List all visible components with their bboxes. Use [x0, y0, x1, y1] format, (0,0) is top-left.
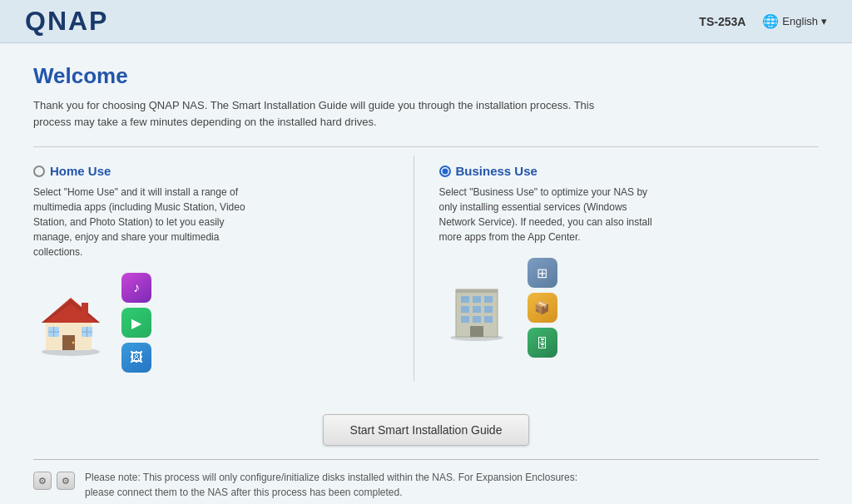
footer-icons: ⚙ ⚙: [33, 472, 75, 490]
svg-point-5: [72, 342, 75, 344]
photo-station-icon: 🖼: [121, 343, 151, 373]
storage-manager-icon: 📦: [528, 293, 557, 323]
svg-rect-12: [82, 303, 88, 314]
home-use-title: Home Use: [50, 164, 111, 178]
content-box: Welcome Thank you for choosing QNAP NAS.…: [0, 43, 852, 398]
home-use-description: Select "Home Use" and it will install a …: [33, 185, 250, 259]
home-use-option[interactable]: Home Use Select "Home Use" and it will i…: [33, 156, 414, 381]
house-illustration: [33, 289, 108, 356]
business-use-header: Business Use: [439, 164, 803, 178]
svg-rect-19: [484, 296, 493, 303]
svg-rect-25: [484, 316, 493, 323]
home-app-icons: ♪ ▶ 🖼: [121, 273, 151, 373]
home-use-radio[interactable]: [33, 166, 45, 177]
windows-network-icon: ⊞: [528, 258, 557, 288]
svg-rect-22: [484, 306, 493, 313]
database-icon: 🗄: [528, 328, 557, 358]
welcome-title: Welcome: [33, 63, 819, 89]
button-area: Start Smart Installation Guide: [0, 398, 852, 459]
language-label: English: [782, 15, 818, 27]
main-content: Welcome Thank you for choosing QNAP NAS.…: [0, 43, 852, 504]
settings-icon-2[interactable]: ⚙: [57, 472, 75, 490]
footer: ⚙ ⚙ Please note: This process will only …: [0, 460, 852, 504]
svg-rect-26: [470, 326, 483, 337]
svg-rect-24: [473, 316, 481, 323]
svg-rect-16: [456, 289, 498, 293]
welcome-description: Thank you for choosing QNAP NAS. The Sma…: [33, 97, 616, 130]
device-name: TS-253A: [699, 15, 746, 28]
globe-icon: 🌐: [762, 13, 779, 29]
svg-rect-18: [473, 296, 481, 303]
business-use-radio[interactable]: [439, 166, 451, 177]
home-use-header: Home Use: [33, 164, 397, 178]
start-installation-button[interactable]: Start Smart Installation Guide: [323, 414, 530, 446]
language-selector[interactable]: 🌐 English ▾: [762, 13, 827, 29]
gear-icon-2: ⚙: [62, 476, 70, 487]
home-use-icons: ♪ ▶ 🖼: [33, 273, 397, 373]
business-app-icons: ⊞ 📦 🗄: [528, 258, 557, 358]
music-station-icon: ♪: [121, 273, 151, 303]
svg-rect-17: [461, 296, 469, 303]
business-use-title: Business Use: [456, 164, 537, 178]
chevron-down-icon: ▾: [821, 15, 827, 27]
building-illustration: [439, 274, 514, 341]
business-use-option[interactable]: Business Use Select "Business Use" to op…: [414, 156, 820, 381]
footer-note: Please note: This process will only conf…: [85, 470, 608, 500]
business-use-description: Select "Business Use" to optimize your N…: [439, 185, 656, 245]
qnap-logo: QNAP: [25, 6, 108, 37]
settings-icon-1[interactable]: ⚙: [33, 472, 52, 490]
header: QNAP TS-253A 🌐 English ▾: [0, 0, 852, 43]
video-station-icon: ▶: [121, 308, 151, 338]
header-right: TS-253A 🌐 English ▾: [699, 13, 827, 29]
business-use-icons: ⊞ 📦 🗄: [439, 258, 803, 358]
svg-rect-20: [461, 306, 469, 313]
options-row: Home Use Select "Home Use" and it will i…: [33, 146, 819, 381]
gear-icon: ⚙: [38, 476, 47, 487]
svg-rect-21: [473, 306, 481, 313]
svg-rect-23: [461, 316, 469, 323]
